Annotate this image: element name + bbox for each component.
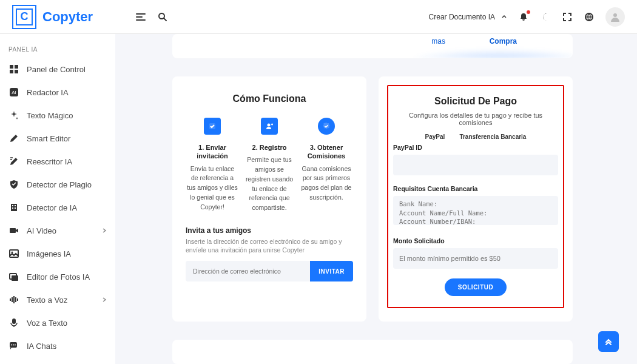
sidebar-item-label: Editor de Fotos IA [27,272,90,281]
sidebar: PANEL IA Panel de ControlAIRedactor IATe… [0,34,115,364]
shield-icon [8,179,19,190]
decorative-gradient [391,46,573,58]
step-1-desc: Envía tu enlace de referencia a tus amig… [186,164,238,212]
submit-row: SOLICITUD [393,278,558,296]
sidebar-group-label: PANEL IA [0,41,115,58]
svg-rect-10 [12,205,13,206]
ai-icon: AI [8,87,19,98]
svg-point-22 [13,345,14,346]
svg-rect-11 [15,205,16,206]
step-1-title: 1. Enviar invitación [186,143,238,161]
language-icon[interactable] [584,12,595,22]
how-title: Cómo Funciona [186,93,353,104]
user-plus-icon [261,118,278,135]
submit-request-button[interactable]: SOLICITUD [445,278,507,296]
app-header: C Copyter Crear Documento IA [0,0,637,34]
top-link-mas[interactable]: mas [431,37,445,46]
svg-rect-6 [15,70,18,73]
notification-dot-icon [527,10,530,14]
brand-logo[interactable]: C Copyter [12,5,93,29]
svg-rect-14 [10,228,16,233]
scroll-to-top-button[interactable] [598,331,619,352]
step-2-title: 2. Registro [243,143,295,152]
menu-toggle-icon[interactable] [135,12,146,22]
sidebar-item-label: Detector de IA [27,203,77,212]
svg-rect-19 [12,318,16,324]
amount-label: Monto Solicitado [393,237,558,244]
sidebar-item-label: Texto a Voz [27,295,67,305]
sidebar-item-redactor-ia[interactable]: AIRedactor IA [0,81,115,104]
bank-details-input[interactable] [393,196,558,225]
chevron-right-icon [102,295,107,305]
svg-rect-13 [15,207,16,209]
top-link-compra[interactable]: Compra [490,37,517,46]
sidebar-item-label: AI Video [27,226,56,235]
payment-highlight-box: Solicitud De Pago Configura los detalles… [387,85,564,308]
check-icon [204,118,221,135]
step-3-desc: Gana comisiones por sus primeros pagos d… [300,164,352,203]
step-2-desc: Permite que tus amigos se registren usan… [243,155,295,213]
sidebar-item-texto-magico[interactable]: Texto Mágico [0,104,115,127]
top-partial-card: mas Compra [172,34,573,58]
chevron-double-up-icon [604,337,613,346]
chat-icon [8,340,19,351]
svg-rect-4 [15,65,18,69]
header-left-controls [135,12,168,22]
sidebar-item-vision-ai[interactable]: Vision AI [0,357,115,364]
header-right-controls: Crear Documento IA [429,7,625,27]
step-3: 3. Obtener Comisiones Gana comisiones po… [300,118,352,213]
notifications-icon[interactable] [518,12,529,22]
sidebar-item-label: IA Chats [27,342,56,351]
svg-point-23 [15,345,16,346]
paypal-id-label: PayPal ID [393,144,558,151]
invite-block: Invita a tus amigos Inserte la dirección… [186,226,353,281]
sidebar-item-smart-editor[interactable]: Smart Editor [0,127,115,150]
sidebar-item-label: Smart Editor [27,134,70,143]
create-document-label: Crear Documento IA [429,13,495,21]
main-content: mas Compra Cómo Funciona 1. Enviar invit… [115,34,630,364]
sidebar-item-detector-de-ia[interactable]: Detector de IA [0,196,115,219]
payment-title: Solicitud De Pago [393,96,558,107]
sidebar-item-label: Texto Mágico [27,111,73,120]
chevron-right-icon [102,226,107,235]
user-icon [609,11,621,23]
invite-row: INVITAR [186,261,353,281]
sidebar-item-voz-a-texto[interactable]: Voz a Texto [0,311,115,334]
search-icon[interactable] [157,12,168,22]
sidebar-item-panel-de-control[interactable]: Panel de Control [0,58,115,81]
tab-paypal[interactable]: PayPal [425,133,445,140]
sparkle-icon [8,110,19,121]
invite-subtext: Inserte la dirección de correo electróni… [186,237,353,255]
user-avatar[interactable] [605,7,625,27]
sidebar-item-ai-video[interactable]: AI Video [0,219,115,242]
fullscreen-icon[interactable] [562,12,573,22]
step-2: 2. Registro Permite que tus amigos se re… [243,118,295,213]
chevron-up-icon [501,14,507,20]
badge-check-icon [318,118,335,135]
image-icon [8,248,19,259]
photo-icon [8,271,19,282]
sidebar-item-ia-chats[interactable]: IA Chats [0,334,115,357]
payment-request-card: Solicitud De Pago Configura los detalles… [379,76,573,322]
invite-email-input[interactable] [186,261,310,281]
create-document-dropdown[interactable]: Crear Documento IA [429,13,507,21]
invite-button[interactable]: INVITAR [310,261,353,281]
sidebar-item-label: Panel de Control [27,65,86,74]
step-1: 1. Enviar invitación Envía tu enlace de … [186,118,238,213]
sidebar-item-reescritor-ia[interactable]: Reescritor IA [0,150,115,173]
paypal-id-input[interactable] [393,155,558,175]
logo-box: C [12,5,36,29]
sidebar-item-label: Imágenes IA [27,249,71,258]
dark-mode-icon[interactable] [540,12,551,22]
pen-icon [8,133,19,144]
amount-input[interactable] [393,248,558,269]
sidebar-item-detector-de-plagio[interactable]: Detector de Plagio [0,173,115,196]
sidebar-item-texto-a-voz[interactable]: Texto a Voz [0,288,115,311]
building-icon [8,202,19,213]
invite-heading: Invita a tus amigos [186,226,353,235]
tab-bank-transfer[interactable]: Transferencia Bancaria [459,133,526,140]
sidebar-item-imagenes-ia[interactable]: Imágenes IA [0,242,115,265]
svg-rect-5 [10,70,13,73]
sidebar-item-editor-de-fotos-ia[interactable]: Editor de Fotos IA [0,265,115,288]
sidebar-item-label: Redactor IA [27,88,69,97]
